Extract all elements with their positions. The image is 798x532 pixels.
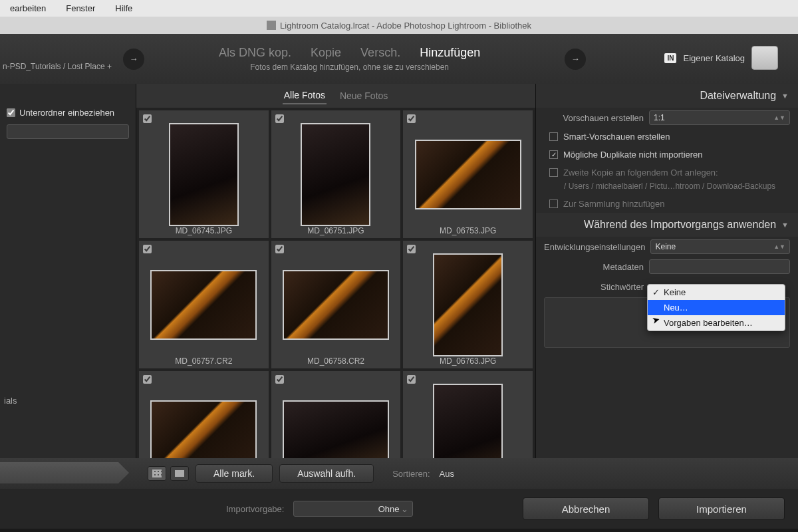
thumbnail-checkbox[interactable] <box>407 375 416 384</box>
import-modes: Als DNG kop. Kopie Versch. Hinzufügen Fo… <box>211 46 488 72</box>
grid-icon <box>152 469 162 477</box>
left-panel: Unterordner einbeziehen <box>0 84 136 458</box>
import-top-shelf: n-PSD_Tutorials / Lost Place + → Als DNG… <box>0 34 798 84</box>
thumbnail-checkbox[interactable] <box>407 114 416 123</box>
updown-icon: ▲▼ <box>773 114 785 121</box>
metadata-select[interactable] <box>649 259 790 274</box>
menubar[interactable]: earbeiten Fenster Hilfe <box>0 0 798 17</box>
menu-window[interactable]: Fenster <box>56 3 105 13</box>
thumbnail-grid[interactable]: MD_06745.JPGMD_06751.JPGMD_06753.JPGMD_0… <box>136 108 535 458</box>
thumbnail-cell[interactable]: MD_06751.JPG <box>271 110 401 238</box>
develop-settings-label: Entwicklungseinstellungen <box>544 242 645 252</box>
thumbnail-checkbox[interactable] <box>143 245 152 253</box>
thumbnail-checkbox[interactable] <box>143 114 152 123</box>
source-folder-select[interactable] <box>7 124 129 139</box>
apply-during-label: Während des Importvorgangs anwenden <box>584 219 776 231</box>
destination-block[interactable]: IN Eigener Katalog <box>664 46 778 70</box>
thumbnail-checkbox[interactable] <box>143 375 152 384</box>
thumbnail-image[interactable] <box>283 400 389 459</box>
build-previews-select[interactable]: 1:1 ▲▼ <box>649 110 790 125</box>
thumbnail-image[interactable] <box>301 123 370 226</box>
second-copy-checkbox[interactable] <box>549 168 558 177</box>
thumbnail-cell[interactable]: MD_06757.CR2 <box>139 241 269 368</box>
menu-help[interactable]: Hilfe <box>105 3 142 13</box>
import-preset-row: Importvorgabe: Ohne <box>226 501 413 517</box>
thumbnail-cell[interactable] <box>139 371 269 458</box>
file-handling-header[interactable]: Dateiverwaltung ▼ <box>536 84 798 108</box>
loupe-view-button[interactable] <box>170 466 189 481</box>
source-nav-button[interactable]: → <box>123 49 144 70</box>
mode-move[interactable]: Versch. <box>360 46 400 59</box>
in-badge: IN <box>664 53 676 63</box>
thumbnail-checkbox[interactable] <box>275 114 284 123</box>
menu-item-edit-presets[interactable]: Vorgaben bearbeiten… <box>648 315 785 331</box>
thumbnail-cell[interactable] <box>271 371 401 458</box>
no-duplicates-label: Mögliche Duplikate nicht importieren <box>563 150 703 160</box>
updown-icon: ▲▼ <box>773 243 785 250</box>
thumbnail-image[interactable] <box>150 400 257 459</box>
thumbnail-checkbox[interactable] <box>275 245 284 253</box>
thumbnail-image[interactable] <box>150 270 257 340</box>
drive-icon <box>751 46 778 70</box>
metadata-label: Metadaten <box>544 262 644 272</box>
tab-new-photos[interactable]: Neue Fotos <box>338 88 389 104</box>
import-button[interactable]: Importieren <box>658 497 785 520</box>
thumbnail-filename: MD_06758.CR2 <box>271 356 401 366</box>
grid-view-button[interactable] <box>148 466 166 481</box>
mode-dng[interactable]: Als DNG kop. <box>219 46 291 59</box>
thumbnail-checkbox[interactable] <box>275 375 284 384</box>
mode-add[interactable]: Hinzufügen <box>420 46 480 59</box>
second-copy-row[interactable]: Zweite Kopie an folgendem Ort anlegen: <box>536 164 798 182</box>
menu-edit[interactable]: earbeiten <box>0 3 56 13</box>
second-copy-label: Zweite Kopie an folgendem Ort anlegen: <box>563 168 718 178</box>
collapsed-panel-tab[interactable] <box>0 462 129 483</box>
thumbnail-filename: MD_06757.CR2 <box>139 356 269 366</box>
mode-subtitle: Fotos dem Katalog hinzufügen, ohne sie z… <box>211 63 488 72</box>
thumbnail-image[interactable] <box>415 140 521 209</box>
menu-item-none[interactable]: Keine <box>648 285 785 300</box>
thumbnail-cell[interactable]: MD_06758.CR2 <box>271 241 401 368</box>
develop-settings-select[interactable]: Keine ▲▼ <box>650 239 790 254</box>
add-collection-checkbox[interactable] <box>549 200 558 208</box>
truncated-text: ials <box>4 396 17 406</box>
thumbnail-checkbox[interactable] <box>407 245 416 253</box>
uncheck-all-button[interactable]: Auswahl aufh. <box>279 464 374 483</box>
thumbnail-cell[interactable]: MD_06753.JPG <box>403 110 533 238</box>
grid-toolbar: Alle mark. Auswahl aufh. Sortieren: Aus <box>0 458 798 489</box>
metadata-dropdown-menu[interactable]: Keine Neu… Vorgaben bearbeiten… <box>647 284 785 331</box>
thumbnail-filename: MD_06753.JPG <box>403 226 533 235</box>
thumbnail-image[interactable] <box>169 123 239 226</box>
check-all-button[interactable]: Alle mark. <box>196 464 273 483</box>
smart-previews-checkbox[interactable] <box>549 132 558 141</box>
tab-all-photos[interactable]: Alle Fotos <box>283 87 327 104</box>
source-breadcrumb[interactable]: n-PSD_Tutorials / Lost Place + <box>0 62 112 71</box>
menu-item-new[interactable]: Neu… <box>648 300 785 315</box>
include-subfolders-row[interactable]: Unterordner einbeziehen <box>7 108 129 118</box>
no-duplicates-row[interactable]: Mögliche Duplikate nicht importieren <box>536 146 798 164</box>
thumbnail-image[interactable] <box>283 270 389 340</box>
include-subfolders-label: Unterordner einbeziehen <box>19 108 114 118</box>
thumbnail-filename: MD_06763.JPG <box>403 356 533 366</box>
apply-during-header[interactable]: Während des Importvorgangs anwenden ▼ <box>536 213 798 237</box>
thumbnail-image[interactable] <box>433 384 503 459</box>
thumbnail-cell[interactable] <box>403 371 533 458</box>
chevron-down-icon: ▼ <box>781 92 789 100</box>
thumbnail-image[interactable] <box>433 253 503 356</box>
develop-settings-value: Keine <box>655 242 676 251</box>
cancel-button[interactable]: Abbrechen <box>523 497 649 520</box>
smart-previews-label: Smart-Vorschauen erstellen <box>563 132 670 142</box>
add-collection-row[interactable]: Zur Sammlung hinzufügen <box>536 195 798 213</box>
thumbnail-cell[interactable]: MD_06745.JPG <box>139 110 269 238</box>
no-duplicates-checkbox[interactable] <box>549 150 558 159</box>
mode-copy[interactable]: Kopie <box>311 46 341 59</box>
dest-nav-button[interactable]: → <box>565 49 586 70</box>
sort-value[interactable]: Aus <box>440 469 454 479</box>
build-previews-label: Vorschauen erstellen <box>544 113 644 123</box>
include-subfolders-checkbox[interactable] <box>7 108 15 117</box>
import-preset-label: Importvorgabe: <box>226 504 284 514</box>
smart-previews-row[interactable]: Smart-Vorschauen erstellen <box>536 128 798 146</box>
import-preset-select[interactable]: Ohne <box>293 501 413 517</box>
build-previews-row: Vorschauen erstellen 1:1 ▲▼ <box>536 108 798 128</box>
file-handling-label: Dateiverwaltung <box>700 90 776 102</box>
thumbnail-cell[interactable]: MD_06763.JPG <box>403 241 533 368</box>
